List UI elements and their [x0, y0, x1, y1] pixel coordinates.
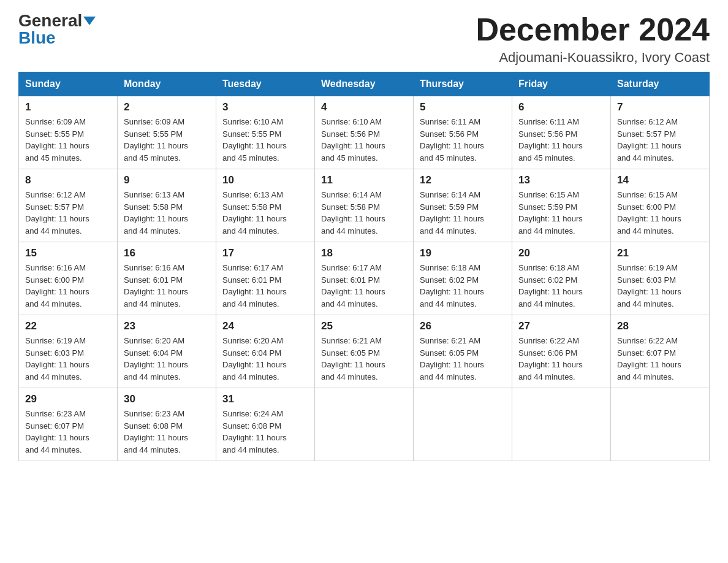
- calendar-cell: 31Sunrise: 6:24 AM Sunset: 6:08 PM Dayli…: [216, 388, 315, 461]
- day-info: Sunrise: 6:14 AM Sunset: 5:58 PM Dayligh…: [321, 189, 407, 237]
- day-number: 26: [420, 320, 506, 332]
- calendar-header-thursday: Thursday: [414, 72, 512, 96]
- day-info: Sunrise: 6:10 AM Sunset: 5:56 PM Dayligh…: [321, 116, 407, 164]
- day-number: 14: [617, 174, 703, 186]
- day-number: 1: [25, 101, 111, 113]
- calendar-cell: 26Sunrise: 6:21 AM Sunset: 6:05 PM Dayli…: [414, 315, 512, 388]
- calendar-cell: 28Sunrise: 6:22 AM Sunset: 6:07 PM Dayli…: [611, 315, 710, 388]
- day-number: 18: [321, 247, 407, 259]
- day-number: 29: [25, 393, 111, 405]
- day-info: Sunrise: 6:12 AM Sunset: 5:57 PM Dayligh…: [617, 116, 703, 164]
- day-info: Sunrise: 6:17 AM Sunset: 6:01 PM Dayligh…: [321, 262, 407, 310]
- calendar-header-sunday: Sunday: [19, 72, 118, 96]
- day-info: Sunrise: 6:11 AM Sunset: 5:56 PM Dayligh…: [420, 116, 506, 164]
- day-number: 6: [518, 101, 604, 113]
- calendar-cell: [512, 388, 611, 461]
- calendar-week-row: 8Sunrise: 6:12 AM Sunset: 5:57 PM Daylig…: [19, 169, 710, 242]
- calendar-week-row: 15Sunrise: 6:16 AM Sunset: 6:00 PM Dayli…: [19, 242, 710, 315]
- day-number: 20: [518, 247, 604, 259]
- logo: General Blue: [18, 12, 96, 47]
- day-info: Sunrise: 6:11 AM Sunset: 5:56 PM Dayligh…: [518, 116, 604, 164]
- calendar-header-monday: Monday: [118, 72, 216, 96]
- day-number: 19: [420, 247, 506, 259]
- day-number: 7: [617, 101, 703, 113]
- day-info: Sunrise: 6:16 AM Sunset: 6:01 PM Dayligh…: [124, 262, 210, 310]
- calendar-cell: [611, 388, 710, 461]
- day-number: 9: [124, 174, 210, 186]
- title-block: December 2024 Adjoumani-Kouassikro, Ivor…: [476, 12, 710, 66]
- calendar-cell: 13Sunrise: 6:15 AM Sunset: 5:59 PM Dayli…: [512, 169, 611, 242]
- day-number: 2: [124, 101, 210, 113]
- day-number: 28: [617, 320, 703, 332]
- day-number: 12: [420, 174, 506, 186]
- calendar-body: 1Sunrise: 6:09 AM Sunset: 5:55 PM Daylig…: [19, 96, 710, 461]
- day-number: 30: [124, 393, 210, 405]
- calendar-table: SundayMondayTuesdayWednesdayThursdayFrid…: [18, 72, 710, 461]
- calendar-cell: 29Sunrise: 6:23 AM Sunset: 6:07 PM Dayli…: [19, 388, 118, 461]
- day-info: Sunrise: 6:13 AM Sunset: 5:58 PM Dayligh…: [222, 189, 308, 237]
- day-info: Sunrise: 6:16 AM Sunset: 6:00 PM Dayligh…: [25, 262, 111, 310]
- calendar-cell: 24Sunrise: 6:20 AM Sunset: 6:04 PM Dayli…: [216, 315, 315, 388]
- calendar-cell: 11Sunrise: 6:14 AM Sunset: 5:58 PM Dayli…: [315, 169, 414, 242]
- calendar-cell: 5Sunrise: 6:11 AM Sunset: 5:56 PM Daylig…: [414, 96, 512, 169]
- day-info: Sunrise: 6:22 AM Sunset: 6:07 PM Dayligh…: [617, 335, 703, 383]
- day-info: Sunrise: 6:20 AM Sunset: 6:04 PM Dayligh…: [222, 335, 308, 383]
- calendar-cell: 2Sunrise: 6:09 AM Sunset: 5:55 PM Daylig…: [118, 96, 216, 169]
- logo-blue-text: Blue: [18, 29, 56, 47]
- day-number: 5: [420, 101, 506, 113]
- day-number: 17: [222, 247, 308, 259]
- day-number: 23: [124, 320, 210, 332]
- day-info: Sunrise: 6:19 AM Sunset: 6:03 PM Dayligh…: [617, 262, 703, 310]
- day-info: Sunrise: 6:15 AM Sunset: 5:59 PM Dayligh…: [518, 189, 604, 237]
- calendar-header-wednesday: Wednesday: [315, 72, 414, 96]
- day-number: 16: [124, 247, 210, 259]
- calendar-cell: 8Sunrise: 6:12 AM Sunset: 5:57 PM Daylig…: [19, 169, 118, 242]
- calendar-cell: 10Sunrise: 6:13 AM Sunset: 5:58 PM Dayli…: [216, 169, 315, 242]
- day-number: 10: [222, 174, 308, 186]
- day-info: Sunrise: 6:22 AM Sunset: 6:06 PM Dayligh…: [518, 335, 604, 383]
- calendar-cell: 18Sunrise: 6:17 AM Sunset: 6:01 PM Dayli…: [315, 242, 414, 315]
- calendar-header-row: SundayMondayTuesdayWednesdayThursdayFrid…: [19, 72, 710, 96]
- day-number: 8: [25, 174, 111, 186]
- day-number: 31: [222, 393, 308, 405]
- day-number: 24: [222, 320, 308, 332]
- calendar-cell: 14Sunrise: 6:15 AM Sunset: 6:00 PM Dayli…: [611, 169, 710, 242]
- day-info: Sunrise: 6:19 AM Sunset: 6:03 PM Dayligh…: [25, 335, 111, 383]
- calendar-cell: [315, 388, 414, 461]
- day-info: Sunrise: 6:23 AM Sunset: 6:08 PM Dayligh…: [124, 408, 210, 456]
- day-info: Sunrise: 6:20 AM Sunset: 6:04 PM Dayligh…: [124, 335, 210, 383]
- calendar-week-row: 22Sunrise: 6:19 AM Sunset: 6:03 PM Dayli…: [19, 315, 710, 388]
- calendar-cell: 12Sunrise: 6:14 AM Sunset: 5:59 PM Dayli…: [414, 169, 512, 242]
- calendar-cell: [414, 388, 512, 461]
- day-number: 22: [25, 320, 111, 332]
- calendar-header-friday: Friday: [512, 72, 611, 96]
- day-info: Sunrise: 6:23 AM Sunset: 6:07 PM Dayligh…: [25, 408, 111, 456]
- calendar-cell: 3Sunrise: 6:10 AM Sunset: 5:55 PM Daylig…: [216, 96, 315, 169]
- day-info: Sunrise: 6:13 AM Sunset: 5:58 PM Dayligh…: [124, 189, 210, 237]
- calendar-cell: 20Sunrise: 6:18 AM Sunset: 6:02 PM Dayli…: [512, 242, 611, 315]
- day-info: Sunrise: 6:18 AM Sunset: 6:02 PM Dayligh…: [420, 262, 506, 310]
- day-info: Sunrise: 6:21 AM Sunset: 6:05 PM Dayligh…: [321, 335, 407, 383]
- calendar-cell: 21Sunrise: 6:19 AM Sunset: 6:03 PM Dayli…: [611, 242, 710, 315]
- day-info: Sunrise: 6:09 AM Sunset: 5:55 PM Dayligh…: [124, 116, 210, 164]
- calendar-week-row: 29Sunrise: 6:23 AM Sunset: 6:07 PM Dayli…: [19, 388, 710, 461]
- calendar-cell: 4Sunrise: 6:10 AM Sunset: 5:56 PM Daylig…: [315, 96, 414, 169]
- calendar-header-tuesday: Tuesday: [216, 72, 315, 96]
- calendar-week-row: 1Sunrise: 6:09 AM Sunset: 5:55 PM Daylig…: [19, 96, 710, 169]
- day-number: 4: [321, 101, 407, 113]
- calendar-cell: 6Sunrise: 6:11 AM Sunset: 5:56 PM Daylig…: [512, 96, 611, 169]
- day-number: 11: [321, 174, 407, 186]
- calendar-cell: 15Sunrise: 6:16 AM Sunset: 6:00 PM Dayli…: [19, 242, 118, 315]
- calendar-cell: 17Sunrise: 6:17 AM Sunset: 6:01 PM Dayli…: [216, 242, 315, 315]
- calendar-header-saturday: Saturday: [611, 72, 710, 96]
- day-info: Sunrise: 6:14 AM Sunset: 5:59 PM Dayligh…: [420, 189, 506, 237]
- day-info: Sunrise: 6:15 AM Sunset: 6:00 PM Dayligh…: [617, 189, 703, 237]
- day-info: Sunrise: 6:17 AM Sunset: 6:01 PM Dayligh…: [222, 262, 308, 310]
- location-title: Adjoumani-Kouassikro, Ivory Coast: [476, 50, 710, 66]
- calendar-cell: 22Sunrise: 6:19 AM Sunset: 6:03 PM Dayli…: [19, 315, 118, 388]
- calendar-cell: 9Sunrise: 6:13 AM Sunset: 5:58 PM Daylig…: [118, 169, 216, 242]
- page-header: General Blue December 2024 Adjoumani-Kou…: [18, 12, 710, 66]
- day-info: Sunrise: 6:12 AM Sunset: 5:57 PM Dayligh…: [25, 189, 111, 237]
- day-info: Sunrise: 6:10 AM Sunset: 5:55 PM Dayligh…: [222, 116, 308, 164]
- day-info: Sunrise: 6:09 AM Sunset: 5:55 PM Dayligh…: [25, 116, 111, 164]
